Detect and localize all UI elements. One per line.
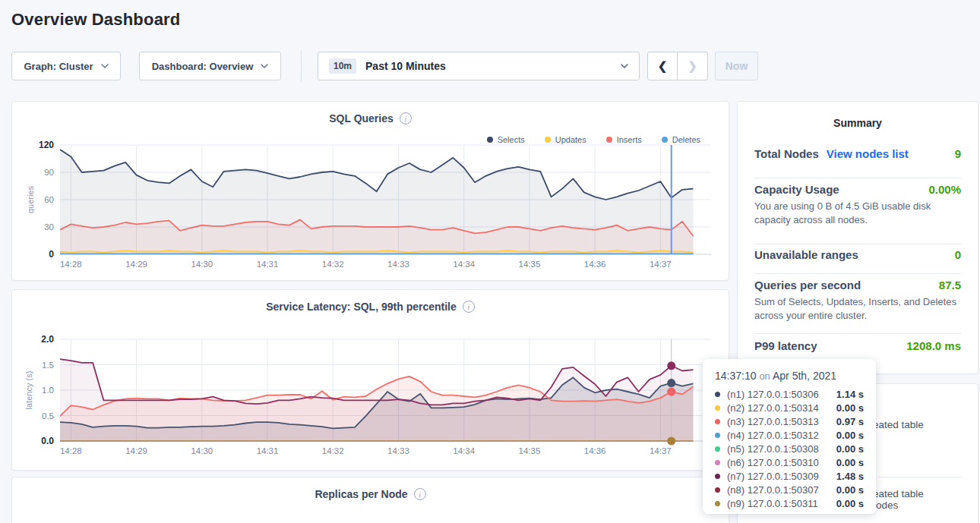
capacity-usage-label: Capacity Usage [754, 183, 839, 196]
event-item-fragment[interactable]: eated table [873, 419, 924, 430]
svg-text:14:37: 14:37 [650, 260, 672, 269]
tooltip-node-rows: (n1) 127.0.0.1:503061.14 s(n2) 127.0.0.1… [715, 387, 867, 510]
node-color-dot [715, 460, 720, 465]
view-nodes-list-link[interactable]: View nodes list [827, 147, 909, 160]
graph-dropdown-label: Graph: Cluster [24, 61, 93, 72]
summary-row-total-nodes: Total Nodes View nodes list 9 [754, 147, 961, 160]
dashboard-dropdown-label: Dashboard: Overview [152, 61, 254, 72]
tooltip-date: Apr 5th, 2021 [773, 370, 836, 382]
qps-label: Queries per second [754, 279, 861, 291]
qps-value: 87.5 [939, 279, 961, 291]
svg-text:90: 90 [44, 168, 54, 177]
tooltip-node-row: (n4) 127.0.0.1:503120.00 s [715, 428, 867, 442]
summary-row-capacity: Capacity Usage 0.00% [754, 183, 961, 196]
node-latency-value: 1.14 s [836, 389, 864, 400]
svg-text:0.5: 0.5 [42, 411, 54, 421]
info-icon[interactable]: i [414, 488, 426, 500]
event-item-fragment[interactable]: odes [876, 499, 898, 511]
summary-divider [754, 333, 961, 334]
chevron-down-icon [621, 64, 628, 68]
chevron-left-icon: ❮ [658, 59, 668, 73]
summary-row-unavailable: Unavailable ranges 0 [754, 248, 961, 261]
capacity-usage-value: 0.00% [928, 183, 961, 196]
node-latency-value: 0.00 s [836, 498, 864, 509]
replicas-per-node-chart-card: Replicas per Node i [11, 477, 729, 523]
node-address: (n2) 127.0.0.1:50314 [727, 402, 836, 414]
summary-header: Summary [738, 117, 978, 129]
replicas-title-row: Replicas per Node i [12, 488, 729, 500]
node-address: (n6) 127.0.0.1:50310 [727, 457, 836, 468]
svg-text:14:34: 14:34 [453, 446, 475, 455]
svg-text:14:36: 14:36 [584, 260, 606, 269]
tooltip-node-row: (n8) 127.0.0.1:503070.00 s [715, 483, 867, 496]
node-color-dot [715, 446, 720, 452]
now-button-label: Now [726, 60, 748, 72]
event-item-fragment[interactable]: eated table [873, 488, 924, 499]
node-address: (n8) 127.0.0.1:50307 [727, 484, 836, 496]
summary-divider [754, 244, 961, 244]
node-latency-value: 1.48 s [836, 471, 864, 482]
toolbar-divider [301, 50, 302, 82]
svg-text:14:31: 14:31 [257, 446, 279, 455]
service-latency-title: Service Latency: SQL, 99th percentile [266, 301, 457, 313]
sql-queries-title-row: SQL Queries i [12, 112, 729, 124]
unavailable-ranges-value: 0 [955, 248, 961, 261]
summary-row-qps: Queries per second 87.5 [754, 279, 961, 291]
p99-latency-label: P99 latency [754, 339, 817, 352]
node-latency-value: 0.00 s [836, 402, 864, 414]
svg-text:1.0: 1.0 [42, 386, 54, 395]
page-title: Overview Dashboard [11, 10, 180, 30]
service-latency-title-row: Service Latency: SQL, 99th percentile i [12, 301, 729, 313]
prev-range-button[interactable]: ❮ [647, 52, 678, 80]
summary-divider [754, 178, 961, 178]
svg-text:60: 60 [44, 195, 54, 204]
service-latency-chart[interactable]: 14:2814:2914:3014:3114:3214:3314:3414:35… [12, 332, 730, 469]
time-range-picker[interactable]: 10m Past 10 Minutes [318, 52, 640, 80]
node-latency-value: 0.00 s [836, 430, 864, 441]
tooltip-node-row: (n5) 127.0.0.1:503080.00 s [715, 442, 867, 455]
node-color-dot [715, 392, 720, 397]
svg-text:14:37: 14:37 [650, 446, 672, 455]
svg-text:14:33: 14:33 [387, 260, 409, 269]
now-button[interactable]: Now [715, 52, 758, 80]
sql-queries-chart[interactable]: 14:2814:2914:3014:3114:3214:3314:3414:35… [12, 140, 730, 281]
node-address: (n1) 127.0.0.1:50306 [727, 389, 836, 400]
graph-dropdown[interactable]: Graph: Cluster [11, 52, 121, 80]
info-icon[interactable]: i [400, 112, 412, 124]
svg-text:30: 30 [44, 222, 54, 232]
node-latency-value: 0.00 s [836, 457, 864, 468]
node-latency-value: 0.00 s [836, 484, 864, 496]
svg-text:14:34: 14:34 [453, 260, 475, 269]
qps-desc: Sum of Selects, Updates, Inserts, and De… [754, 295, 969, 323]
node-address: (n4) 127.0.0.1:50312 [727, 430, 836, 441]
dashboard-dropdown[interactable]: Dashboard: Overview [139, 52, 281, 80]
summary-panel: Summary Total Nodes View nodes list 9 Ca… [737, 101, 978, 374]
svg-text:120: 120 [39, 140, 54, 150]
svg-text:14:32: 14:32 [322, 446, 344, 455]
service-latency-chart-card: Service Latency: SQL, 99th percentile i … [11, 289, 729, 471]
summary-row-p99: P99 latency 1208.0 ms [754, 339, 961, 352]
svg-text:queries: queries [26, 185, 35, 213]
time-range-badge: 10m [329, 58, 356, 74]
tooltip-on: on [759, 370, 770, 382]
tooltip-timestamp: 14:37:10 on Apr 5th, 2021 [715, 370, 867, 382]
info-icon[interactable]: i [463, 301, 475, 313]
next-range-button[interactable]: ❯ [678, 52, 708, 80]
svg-text:14:30: 14:30 [191, 260, 213, 269]
svg-text:14:29: 14:29 [125, 446, 147, 455]
tooltip-node-row: (n3) 127.0.0.1:503130.97 s [715, 414, 867, 428]
capacity-usage-desc: You are using 0 B of 4.5 GiB usable disk… [754, 200, 969, 227]
svg-text:14:35: 14:35 [519, 446, 541, 455]
svg-text:14:33: 14:33 [387, 446, 409, 455]
svg-text:0: 0 [49, 249, 54, 260]
tooltip-time: 14:37:10 [715, 370, 757, 382]
sql-queries-chart-card: SQL Queries i SelectsUpdatesInsertsDelet… [11, 101, 729, 281]
tooltip-node-row: (n7) 127.0.0.1:503091.48 s [715, 469, 867, 483]
svg-text:latency (s): latency (s) [24, 371, 33, 410]
svg-text:14:36: 14:36 [584, 446, 606, 455]
node-color-dot [715, 487, 720, 493]
node-color-dot [715, 474, 720, 479]
svg-text:0.0: 0.0 [41, 436, 54, 446]
tooltip-node-row: (n6) 127.0.0.1:503100.00 s [715, 455, 867, 469]
sql-queries-title: SQL Queries [329, 112, 394, 124]
